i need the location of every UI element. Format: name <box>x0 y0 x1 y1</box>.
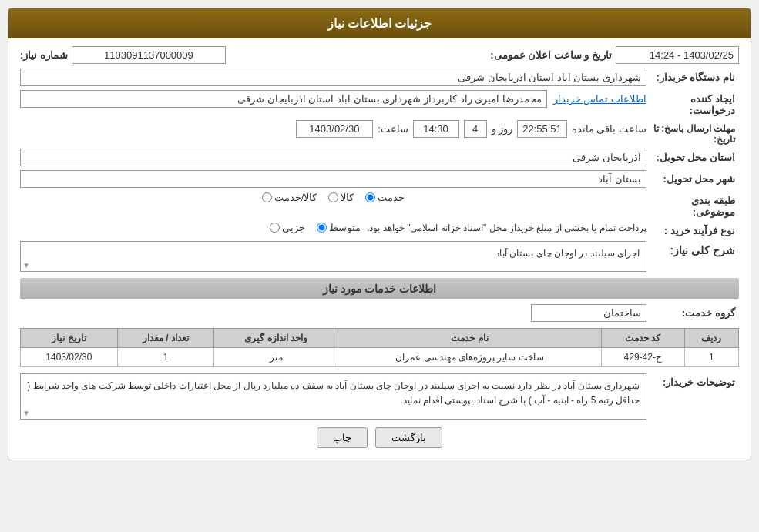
delivery-province-value: آذربایجان شرقی <box>20 149 646 166</box>
delivery-city-group: بستان آباد <box>20 170 646 188</box>
category-radio-both[interactable] <box>262 192 272 202</box>
need-desc-label: شرح کلی نیاز: <box>646 241 739 256</box>
requester-label: ایجاد کننده درخواست: <box>646 90 739 116</box>
deadline-days-label: روز و <box>492 123 513 135</box>
need-number-label: شماره نیاز: <box>20 49 68 61</box>
row-need-desc: شرح کلی نیاز: اجرای سیلبند در اوجان چای … <box>20 241 739 272</box>
table-cell-4: 1 <box>117 348 214 367</box>
th-date: تاریخ نیاز <box>21 329 118 348</box>
need-desc-group: اجرای سیلبند در اوجان چای بستان آباد <box>20 241 646 272</box>
table-header-row: ردیف کد خدمت نام خدمت واحد اندازه گیری ت… <box>21 329 739 348</box>
row-delivery-city: شهر محل تحویل: بستان آباد <box>20 170 739 188</box>
deadline-group: ساعت باقی مانده 22:55:51 روز و 4 14:30 س… <box>20 120 646 138</box>
row-purchase-type: نوع فرآیند خرید : پرداخت تمام یا بخشی از… <box>20 222 739 236</box>
print-button[interactable]: چاپ <box>317 427 368 448</box>
purchase-radio-medium[interactable] <box>317 223 327 233</box>
need-desc-indicator: اجرای سیلبند در اوجان چای بستان آباد <box>20 241 646 272</box>
category-radio-group: خدمت کالا کالا/خدمت <box>20 192 646 203</box>
page-title: جزئیات اطلاعات نیاز <box>327 17 432 30</box>
table-cell-1: ج-42-429 <box>601 348 684 367</box>
row-need-number: 1403/02/25 - 14:24 تاریخ و ساعت اعلان عم… <box>20 46 739 64</box>
table-cell-3: متر <box>214 348 338 367</box>
deadline-remaining: 22:55:51 <box>517 120 567 138</box>
row-delivery-province: استان محل تحویل: آذربایجان شرقی <box>20 149 739 166</box>
purchase-option-medium[interactable]: متوسط <box>317 222 361 233</box>
th-unit: واحد اندازه گیری <box>214 329 338 348</box>
buyer-org-value: شهرداری بستان اباد استان اذربایجان شرقی <box>20 69 646 86</box>
services-table: ردیف کد خدمت نام خدمت واحد اندازه گیری ت… <box>20 328 739 367</box>
purchase-radio-group: متوسط جزیی <box>270 222 361 233</box>
th-row: ردیف <box>684 329 738 348</box>
card-body: 1403/02/25 - 14:24 تاریخ و ساعت اعلان عم… <box>8 38 751 460</box>
th-name: نام خدمت <box>338 329 601 348</box>
main-card: جزئیات اطلاعات نیاز 1403/02/25 - 14:24 ت… <box>8 8 751 460</box>
delivery-province-label: استان محل تحویل: <box>646 149 739 163</box>
service-group-value-group: ساختمان <box>20 304 646 322</box>
category-service-label: خدمت <box>378 192 405 203</box>
table-cell-5: 1403/02/30 <box>21 348 118 367</box>
category-label: طبقه بندی موضوعی: <box>646 192 739 218</box>
buyer-desc-value: شهرداری بستان آباد در نظر دارد نسبت به ا… <box>20 373 646 420</box>
th-quantity: تعداد / مقدار <box>117 329 214 348</box>
category-goods-label: کالا <box>341 192 354 203</box>
deadline-date: 1403/02/30 <box>296 120 373 138</box>
buttons-row: بازگشت چاپ <box>20 427 739 448</box>
service-group-label: گروه خدمت: <box>646 304 739 319</box>
category-option-service[interactable]: خدمت <box>365 192 405 203</box>
row-deadline: مهلت ارسال پاسخ: تا تاریخ: ساعت باقی مان… <box>20 120 739 145</box>
category-group: خدمت کالا کالا/خدمت <box>20 192 646 203</box>
need-number-value: 1103091137000009 <box>72 46 226 64</box>
table-cell-2: ساخت سایر پروژه‌های مهندسی عمران <box>338 348 601 367</box>
buyer-org-label: نام دستگاه خریدار: <box>646 69 739 83</box>
row-category: طبقه بندی موضوعی: خدمت کالا کالا/خدمت <box>20 192 739 218</box>
row-service-group: گروه خدمت: ساختمان <box>20 304 739 322</box>
deadline-time-label: ساعت: <box>378 123 408 135</box>
deadline-days: 4 <box>464 120 487 138</box>
need-number-group: 1103091137000009 شماره نیاز: <box>20 46 226 64</box>
purchase-type-group: پرداخت تمام یا بخشی از مبلغ خریداز محل "… <box>20 222 646 233</box>
th-code: کد خدمت <box>601 329 684 348</box>
back-button[interactable]: بازگشت <box>375 427 442 448</box>
buyer-desc-label: توضیحات خریدار: <box>646 373 739 388</box>
delivery-province-group: آذربایجان شرقی <box>20 149 646 166</box>
category-option-both[interactable]: کالا/خدمت <box>262 192 317 203</box>
row-requester: ایجاد کننده درخواست: اطلاعات تماس خریدار… <box>20 90 739 116</box>
purchase-medium-label: متوسط <box>329 222 361 233</box>
requester-value: محمدرضا امیری راد کاربرداز شهرداری بستان… <box>20 90 547 108</box>
table-cell-0: 1 <box>684 348 738 367</box>
purchase-radio-small[interactable] <box>270 223 280 233</box>
table-row: 1ج-42-429ساخت سایر پروژه‌های مهندسی عمرا… <box>21 348 739 367</box>
buyer-org-group: شهرداری بستان اباد استان اذربایجان شرقی <box>20 69 646 86</box>
buyer-desc-indicator: شهرداری بستان آباد در نظر دارد نسبت به ا… <box>20 373 646 420</box>
deadline-remaining-label: ساعت باقی مانده <box>572 123 646 135</box>
announcement-datetime-label: تاریخ و ساعت اعلان عمومی: <box>490 49 612 61</box>
contact-link[interactable]: اطلاعات تماس خریدار <box>553 93 646 105</box>
purchase-type-label: نوع فرآیند خرید : <box>646 222 739 236</box>
announcement-datetime-value: 1403/02/25 - 14:24 <box>616 46 739 64</box>
services-section-header: اطلاعات خدمات مورد نیاز <box>20 278 739 299</box>
deadline-time: 14:30 <box>413 120 459 138</box>
purchase-small-label: جزیی <box>282 222 305 233</box>
category-option-goods[interactable]: کالا <box>328 192 354 203</box>
deadline-label: مهلت ارسال پاسخ: تا تاریخ: <box>646 120 739 145</box>
card-header: جزئیات اطلاعات نیاز <box>8 8 751 38</box>
delivery-city-label: شهر محل تحویل: <box>646 170 739 185</box>
service-group-value: ساختمان <box>531 304 646 322</box>
category-radio-goods[interactable] <box>328 192 338 202</box>
category-both-label: کالا/خدمت <box>274 192 317 203</box>
row-buyer-desc: توضیحات خریدار: شهرداری بستان آباد در نظ… <box>20 373 739 420</box>
buyer-desc-group: شهرداری بستان آباد در نظر دارد نسبت به ا… <box>20 373 646 420</box>
requester-group: اطلاعات تماس خریدار محمدرضا امیری راد کا… <box>20 90 646 108</box>
purchase-desc: پرداخت تمام یا بخشی از مبلغ خریداز محل "… <box>367 223 646 233</box>
category-radio-service[interactable] <box>365 192 375 202</box>
need-desc-value: اجرای سیلبند در اوجان چای بستان آباد <box>20 241 646 272</box>
row-buyer-org: نام دستگاه خریدار: شهرداری بستان اباد اس… <box>20 69 739 86</box>
purchase-option-small[interactable]: جزیی <box>270 222 305 233</box>
page-container: جزئیات اطلاعات نیاز 1403/02/25 - 14:24 ت… <box>0 0 759 532</box>
announcement-datetime-group: 1403/02/25 - 14:24 تاریخ و ساعت اعلان عم… <box>490 46 739 64</box>
delivery-city-value: بستان آباد <box>20 170 646 188</box>
